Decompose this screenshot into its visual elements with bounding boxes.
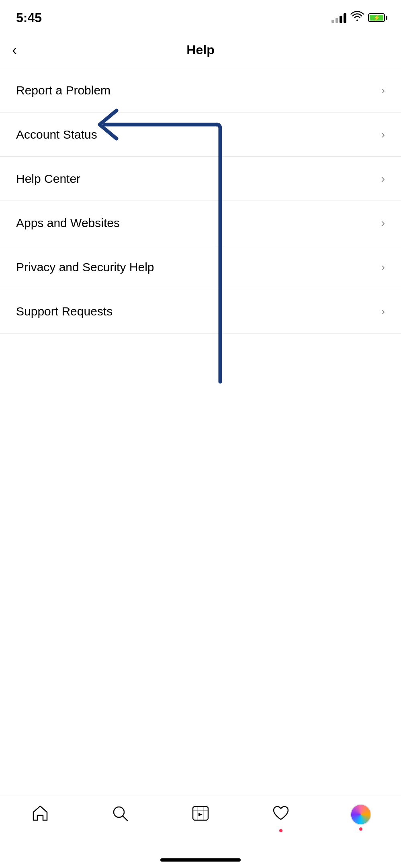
tab-profile[interactable] [345,804,377,825]
menu-list: Report a Problem › Account Status › Help… [0,68,401,334]
heart-icon [272,804,290,827]
tab-bar [0,796,401,868]
menu-item-apps-websites[interactable]: Apps and Websites › [0,201,401,245]
home-indicator [160,858,241,862]
signal-bar-1 [331,20,334,23]
menu-item-report-problem[interactable]: Report a Problem › [0,68,401,113]
chevron-right-icon: › [381,128,385,141]
menu-item-label: Apps and Websites [16,216,120,230]
svg-rect-3 [197,807,198,820]
chevron-right-icon: › [381,305,385,318]
menu-item-label: Support Requests [16,305,113,318]
status-icons: ⚡ [331,11,385,25]
status-time: 5:45 [16,10,42,25]
wifi-icon [350,11,364,25]
tab-home[interactable] [24,804,56,827]
tab-activity[interactable] [265,804,297,827]
back-button[interactable]: ‹ [12,43,17,57]
menu-item-label: Help Center [16,172,80,186]
menu-item-privacy-security[interactable]: Privacy and Security Help › [0,245,401,289]
signal-icon [331,12,346,23]
chevron-right-icon: › [381,261,385,274]
menu-item-support-requests[interactable]: Support Requests › [0,289,401,334]
nav-header: ‹ Help [0,32,401,68]
signal-bar-4 [344,13,346,23]
chevron-right-icon: › [381,217,385,229]
reels-icon [191,804,210,827]
profile-notification-dot [359,827,362,831]
chevron-right-icon: › [381,172,385,185]
battery-icon: ⚡ [368,13,385,22]
search-icon [111,804,129,827]
menu-item-label: Privacy and Security Help [16,260,154,274]
svg-point-0 [114,807,124,817]
svg-marker-6 [198,813,203,816]
tab-reels[interactable] [184,804,217,827]
signal-bar-3 [340,16,342,23]
chevron-right-icon: › [381,84,385,97]
menu-item-account-status[interactable]: Account Status › [0,113,401,157]
avatar [350,804,371,825]
menu-item-help-center[interactable]: Help Center › [0,157,401,201]
svg-line-1 [123,816,127,821]
tab-search[interactable] [104,804,136,827]
activity-notification-dot [279,829,282,832]
menu-item-label: Account Status [16,128,97,141]
menu-item-label: Report a Problem [16,84,110,97]
signal-bar-2 [336,18,338,23]
status-bar: 5:45 ⚡ [0,0,401,32]
page-title: Help [186,43,214,57]
home-icon [31,804,49,827]
svg-rect-4 [203,807,204,820]
svg-rect-2 [193,807,208,820]
